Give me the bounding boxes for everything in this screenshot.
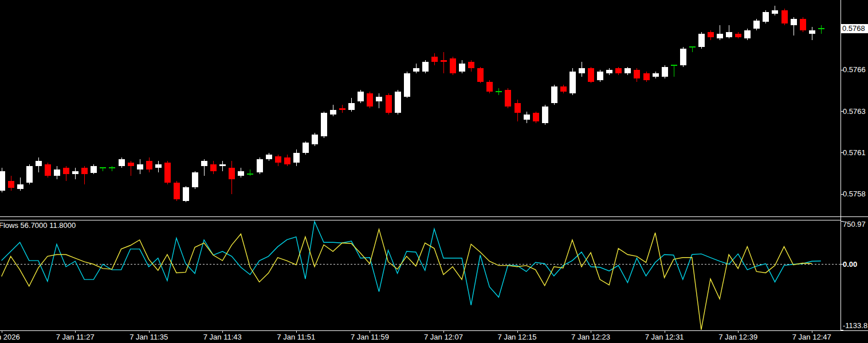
- bear-candle-body: [781, 10, 788, 23]
- bear-candle-body: [468, 62, 474, 69]
- bull-candle-body: [726, 32, 732, 37]
- bull-candle-body: [744, 30, 751, 38]
- bear-candle-body: [477, 68, 484, 81]
- bull-candle-body: [606, 70, 612, 73]
- bear-candle-body: [284, 157, 290, 164]
- time-axis-label: 7 Jan 2026: [0, 333, 20, 342]
- bull-candle-body: [330, 110, 336, 115]
- bull-candle-body: [72, 171, 78, 175]
- bull-candle-body: [266, 155, 272, 160]
- bull-candle-body: [753, 21, 760, 29]
- bull-candle-body: [809, 30, 815, 34]
- bull-candle-body: [551, 86, 557, 103]
- bear-candle-body: [229, 168, 235, 179]
- pane-borders: [0, 0, 868, 333]
- time-axis-label: 7 Jan 12:15: [498, 333, 537, 342]
- bull-candle-body: [54, 169, 60, 176]
- bull-candle-body: [192, 172, 198, 187]
- bear-candle-body: [634, 70, 640, 78]
- time-axis-label: 7 Jan 11:51: [277, 333, 315, 342]
- price-axis-label: 0.5763: [843, 107, 866, 116]
- bear-candle-body: [486, 82, 493, 92]
- bull-candle-body: [542, 107, 548, 123]
- bull-candle-body: [238, 171, 244, 176]
- bull-candle-body: [201, 161, 207, 166]
- bear-candle-body: [533, 113, 539, 121]
- bull-candle-body: [303, 143, 309, 152]
- bear-candle-body: [588, 68, 594, 81]
- bear-candle-body: [708, 32, 714, 37]
- bear-candle-body: [450, 58, 456, 73]
- bull-candle-body: [524, 115, 530, 120]
- time-axis-label: 7 Jan 12:31: [645, 333, 684, 342]
- bear-candle-body: [146, 161, 152, 169]
- bull-candle-body: [653, 73, 659, 77]
- bull-candle-body: [312, 135, 318, 144]
- bull-candle-body: [569, 72, 576, 93]
- bull-candle-body: [293, 153, 300, 163]
- bear-candle-body: [8, 181, 14, 188]
- bull-candle-body: [17, 184, 23, 190]
- bear-candle-body: [45, 164, 51, 176]
- price-axis-label: 0.5766: [843, 65, 866, 74]
- bear-candle-body: [386, 95, 392, 113]
- bull-candle-body: [579, 68, 585, 73]
- bear-candle-body: [81, 168, 88, 175]
- bull-candle-body: [257, 159, 263, 172]
- bear-candle-body: [63, 168, 69, 175]
- bull-candle-body: [763, 12, 769, 22]
- bear-candle-body: [514, 103, 521, 113]
- bull-candle-body: [348, 103, 355, 110]
- bull-candle-body: [698, 34, 705, 47]
- bull-candle-body: [119, 159, 125, 166]
- time-axis-label: 7 Jan 12:23: [571, 333, 610, 342]
- bull-candle-body: [219, 164, 226, 166]
- indicator-axis-label: -1133.8: [843, 321, 867, 330]
- bear-candle-body: [367, 93, 373, 107]
- candlestick-pane[interactable]: [0, 6, 824, 203]
- bull-candle-body: [183, 187, 189, 200]
- bull-candle-body: [662, 67, 668, 77]
- price-axis-label: 0.5761: [843, 148, 866, 157]
- bull-candle-body: [395, 92, 401, 113]
- bull-candle-body: [26, 166, 33, 183]
- bull-candle-body: [358, 92, 364, 101]
- bear-candle-body: [339, 108, 345, 110]
- time-axis-label: 7 Jan 11:35: [129, 333, 168, 342]
- bear-candle-body: [615, 68, 622, 73]
- bear-candle-body: [275, 156, 281, 163]
- bull-candle-body: [404, 73, 410, 97]
- bear-candle-body: [441, 60, 447, 62]
- bull-candle-body: [137, 164, 143, 169]
- time-axis-label: 7 Jan 12:39: [718, 333, 757, 342]
- bull-candle-body: [376, 97, 382, 102]
- price-axis-label: 0.5758: [843, 190, 866, 199]
- bull-candle-body: [717, 34, 723, 39]
- bear-candle-body: [735, 34, 741, 37]
- time-axis-label: 7 Jan 12:07: [424, 333, 463, 342]
- bull-candle-body: [791, 19, 797, 26]
- chart-canvas: [0, 0, 868, 343]
- flows-line-2: [2, 229, 812, 330]
- bear-candle-body: [431, 57, 438, 62]
- bull-candle-body: [91, 166, 97, 173]
- bull-candle-body: [459, 64, 465, 72]
- bull-candle-body: [155, 164, 162, 168]
- bear-candle-body: [560, 86, 567, 92]
- time-axis-label: 7 Jan 11:59: [351, 333, 389, 342]
- bear-candle-body: [643, 73, 650, 80]
- indicator-pane[interactable]: [0, 222, 840, 330]
- indicator-title: Flows 56.7000 11.8000: [0, 221, 76, 230]
- bear-candle-body: [174, 183, 180, 199]
- bear-candle-body: [164, 163, 171, 183]
- bull-candle-body: [0, 171, 5, 191]
- bull-candle-body: [413, 68, 419, 72]
- current-price-label: 0.5768: [841, 24, 868, 33]
- bull-candle-body: [680, 49, 686, 65]
- time-axis-label: 7 Jan 11:43: [203, 333, 242, 342]
- bull-candle-body: [625, 68, 631, 73]
- trading-chart-window: Flows 56.7000 11.8000 0.57680.57660.5763…: [0, 0, 868, 343]
- bear-candle-body: [210, 164, 217, 171]
- bull-candle-body: [321, 113, 327, 136]
- bear-candle-body: [128, 163, 134, 166]
